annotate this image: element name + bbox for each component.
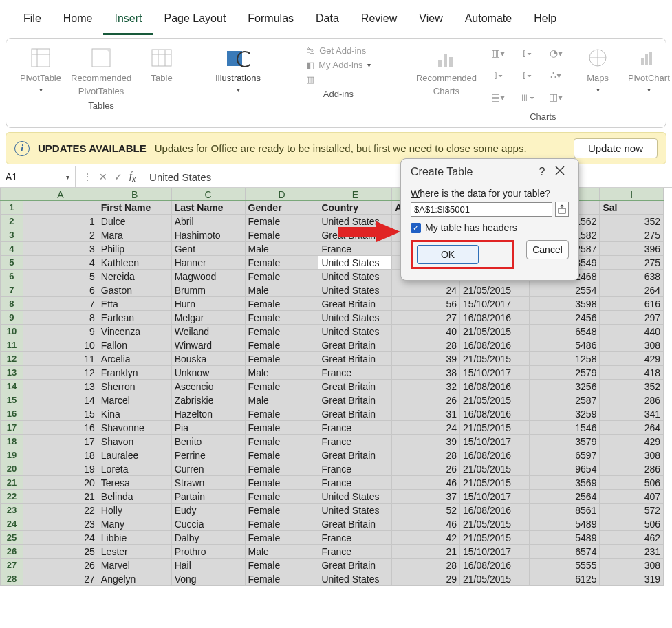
cell[interactable]: 14 — [23, 393, 98, 407]
cell[interactable]: Hail — [171, 559, 245, 572]
cell[interactable]: Hurn — [171, 297, 245, 311]
cell[interactable]: 6 — [23, 283, 98, 297]
cell[interactable]: Female — [245, 228, 318, 242]
formula-input[interactable]: United States — [142, 171, 218, 183]
cell[interactable]: 2456 — [529, 311, 600, 325]
cell[interactable]: Great Britain — [318, 338, 392, 352]
cell[interactable]: 24 — [23, 531, 98, 545]
column-header[interactable]: A — [23, 188, 98, 201]
cell[interactable]: Eudy — [171, 504, 245, 517]
cell[interactable]: 46 — [392, 476, 460, 490]
row-header[interactable]: 18 — [1, 435, 23, 448]
cell[interactable]: Weiland — [171, 325, 245, 338]
range-picker-button[interactable] — [555, 202, 569, 217]
cell[interactable]: 42 — [392, 531, 460, 545]
cell[interactable]: Etta — [98, 297, 171, 311]
cell[interactable]: 2564 — [529, 490, 600, 504]
cell[interactable]: Country — [318, 201, 392, 215]
cell[interactable]: Sal — [600, 201, 664, 215]
column-header[interactable]: E — [318, 188, 392, 201]
cell[interactable]: 5 — [23, 270, 98, 283]
recommended-pivottables-button[interactable]: Recommended PivotTables — [71, 45, 131, 96]
cell[interactable]: 9 — [23, 325, 98, 338]
cell[interactable]: 5489 — [529, 517, 600, 531]
menu-tab-data[interactable]: Data — [305, 7, 350, 35]
cell[interactable]: Arcelia — [98, 352, 171, 366]
cell[interactable]: Gender — [245, 201, 318, 215]
cell[interactable]: United States — [318, 311, 392, 325]
cell[interactable]: 15/10/2017 — [459, 297, 529, 311]
cell[interactable]: Female — [245, 352, 318, 366]
cell[interactable]: Hazelton — [171, 407, 245, 421]
cell[interactable]: 286 — [600, 393, 664, 407]
cell[interactable]: 407 — [600, 490, 664, 504]
cell[interactable]: 396 — [600, 242, 664, 256]
cell[interactable]: Female — [245, 572, 318, 586]
cell[interactable]: Teresa — [98, 476, 171, 490]
row-header[interactable]: 6 — [1, 270, 23, 283]
cell[interactable]: 16/08/2016 — [459, 311, 529, 325]
cell[interactable]: 21 — [392, 545, 460, 559]
table-button[interactable]: Table — [141, 45, 182, 83]
cell[interactable]: United States — [318, 572, 392, 586]
pie-chart-button[interactable]: ◔▾ — [544, 45, 567, 61]
cell[interactable]: Pia — [171, 421, 245, 435]
cell[interactable]: 31 — [392, 407, 460, 421]
cell[interactable]: United States — [318, 215, 392, 228]
cell[interactable]: France — [318, 366, 392, 380]
row-header[interactable]: 4 — [1, 242, 23, 256]
cell[interactable]: 21/05/2015 — [459, 462, 529, 476]
cell[interactable]: Franklyn — [98, 366, 171, 380]
row-header[interactable]: 5 — [1, 256, 23, 270]
notice-link[interactable]: Updates for Office are ready to be insta… — [155, 142, 527, 154]
cell[interactable]: 16/08/2016 — [459, 559, 529, 572]
cell[interactable]: Female — [245, 325, 318, 338]
cell[interactable]: Female — [245, 462, 318, 476]
cell[interactable]: 15 — [23, 407, 98, 421]
cell[interactable]: 1258 — [529, 352, 600, 366]
menu-tab-formulas[interactable]: Formulas — [237, 7, 305, 35]
cell[interactable]: 17 — [23, 435, 98, 448]
cell[interactable]: Great Britain — [318, 559, 392, 572]
cell[interactable]: 21/05/2015 — [459, 325, 529, 338]
cell[interactable]: Benito — [171, 435, 245, 448]
cell[interactable]: 8 — [23, 311, 98, 325]
cell[interactable]: Libbie — [98, 531, 171, 545]
cell[interactable]: 572 — [600, 504, 664, 517]
cell[interactable]: France — [318, 531, 392, 545]
column-header[interactable]: I — [600, 188, 664, 201]
cell[interactable]: 24 — [392, 283, 460, 297]
cell[interactable]: Female — [245, 559, 318, 572]
cell[interactable]: Abril — [171, 215, 245, 228]
cell[interactable]: Philip — [98, 242, 171, 256]
row-header[interactable]: 2 — [1, 215, 23, 228]
cell[interactable]: 231 — [600, 545, 664, 559]
cell[interactable]: 21/05/2015 — [459, 283, 529, 297]
cell[interactable]: Male — [245, 393, 318, 407]
cell[interactable]: Fallon — [98, 338, 171, 352]
cell[interactable]: Dalby — [171, 531, 245, 545]
illustrations-button[interactable]: Illustrations ▾ — [215, 45, 261, 94]
cell[interactable]: 308 — [600, 448, 664, 462]
cell[interactable]: 20 — [23, 476, 98, 490]
column-chart-button[interactable]: ▥▾ — [486, 45, 510, 61]
cell[interactable]: Great Britain — [318, 448, 392, 462]
cell[interactable]: Prothro — [171, 545, 245, 559]
cell[interactable]: 28 — [392, 338, 460, 352]
ok-button[interactable]: OK — [417, 245, 479, 264]
cell[interactable]: Earlean — [98, 311, 171, 325]
cell[interactable]: Female — [245, 256, 318, 270]
cell[interactable]: Lauralee — [98, 448, 171, 462]
cell[interactable]: 26 — [392, 393, 460, 407]
cell[interactable]: 275 — [600, 256, 664, 270]
cell[interactable]: 10 — [23, 338, 98, 352]
cell[interactable]: Loreta — [98, 462, 171, 476]
cell[interactable]: France — [318, 435, 392, 448]
cell[interactable]: 24 — [392, 421, 460, 435]
column-header[interactable]: B — [98, 188, 171, 201]
cell[interactable]: Male — [245, 366, 318, 380]
row-header[interactable]: 10 — [1, 325, 23, 338]
cell[interactable]: Gent — [171, 242, 245, 256]
cell[interactable]: 15/10/2017 — [459, 545, 529, 559]
cell[interactable]: 1 — [23, 215, 98, 228]
